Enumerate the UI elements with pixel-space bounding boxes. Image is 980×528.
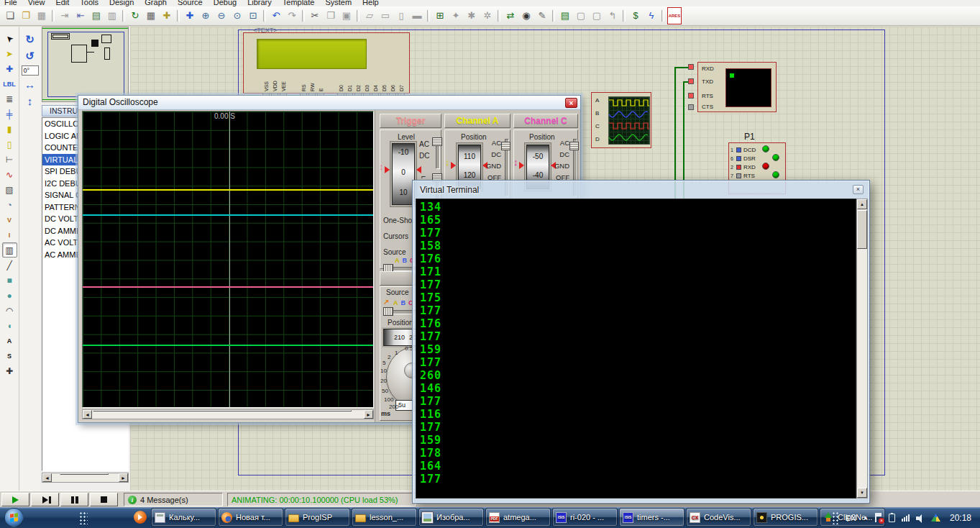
mode-icon[interactable]: LBL: [2, 76, 17, 91]
taskbar-button[interactable]: lesson_...: [352, 508, 417, 527]
menu-item[interactable]: Template: [283, 0, 315, 6]
toolbar-icon[interactable]: ↰: [605, 9, 620, 23]
taskbar-button[interactable]: Изобра...: [418, 508, 484, 527]
mode-icon[interactable]: I: [2, 227, 17, 242]
toolbar-icon[interactable]: ▢: [590, 9, 604, 23]
lcd-component[interactable]: VSSVDDVEERSRWED0D1D2D3D4D5D6D7 123456789…: [243, 32, 410, 94]
close-icon[interactable]: ×: [565, 98, 577, 108]
mode-icon[interactable]: ╪: [2, 106, 17, 122]
toolbar-icon[interactable]: ▤: [558, 9, 572, 23]
scroll-up-icon[interactable]: ▲: [857, 199, 867, 209]
toolbar-icon[interactable]: ✂: [308, 9, 322, 23]
menu-item[interactable]: Design: [109, 0, 134, 6]
menu-item[interactable]: Tools: [80, 0, 99, 6]
menu-item[interactable]: Library: [247, 0, 272, 6]
menu-item[interactable]: Source: [178, 0, 203, 6]
rotate-anticlockwise-icon[interactable]: ↺: [22, 49, 38, 63]
clipboard-tray-icon[interactable]: [889, 514, 895, 522]
google-drive-icon[interactable]: [931, 514, 940, 522]
toolbar-icon[interactable]: ⇥: [58, 9, 72, 23]
source-option[interactable]: A: [395, 257, 400, 264]
mode-icon[interactable]: ▧: [2, 182, 17, 197]
clock[interactable]: 20:18: [950, 513, 971, 523]
toolbar-icon[interactable]: ↻: [128, 9, 142, 23]
mode-icon[interactable]: ■: [2, 273, 17, 288]
toolbar-icon[interactable]: ▤: [89, 9, 104, 23]
toolbar-icon[interactable]: ✎: [535, 9, 549, 23]
toolbar-icon[interactable]: ⇄: [503, 9, 518, 23]
scroll-left-icon[interactable]: ◄: [83, 410, 92, 419]
trigger-adjust-arrows-icon[interactable]: ↕: [379, 162, 384, 171]
toolbar-icon[interactable]: ARES: [667, 9, 682, 23]
oscilloscope-component[interactable]: A B C D: [591, 92, 651, 148]
message-panel[interactable]: i 4 Message(s): [124, 493, 223, 506]
menu-item[interactable]: View: [28, 0, 45, 6]
toolbar-icon[interactable]: ↷: [285, 9, 299, 23]
language-indicator[interactable]: EN: [846, 514, 856, 522]
network-icon[interactable]: [902, 514, 910, 522]
mode-icon[interactable]: ⊢: [2, 152, 17, 167]
taskbar-button[interactable]: atmega...: [485, 508, 551, 527]
mode-icon[interactable]: ∿: [2, 167, 17, 182]
scroll-left-icon[interactable]: ◄: [42, 473, 52, 482]
menu-item[interactable]: Debug: [214, 0, 237, 6]
toolbar-icon[interactable]: ▱: [362, 9, 377, 23]
action-center-icon[interactable]: [875, 513, 882, 522]
start-button[interactable]: [4, 508, 24, 527]
tray-expand-icon[interactable]: ▲: [863, 514, 869, 521]
mode-icon[interactable]: ➤: [2, 31, 17, 46]
menu-item[interactable]: File: [4, 0, 17, 6]
taskbar-button[interactable]: CodeVis...: [686, 508, 751, 527]
channel-c-adjust-arrows-icon[interactable]: ↕: [513, 158, 518, 167]
close-icon[interactable]: ×: [853, 185, 864, 194]
toolbar-icon[interactable]: ▭: [378, 9, 393, 23]
mode-icon[interactable]: ▮: [2, 122, 17, 137]
trigger-coupling-slider[interactable]: [432, 136, 442, 170]
source-option[interactable]: A: [393, 299, 398, 306]
toolbar-icon[interactable]: ⊙: [230, 9, 244, 23]
wire[interactable]: [674, 67, 690, 68]
taskbar-button[interactable]: timers -...: [619, 508, 684, 527]
menu-item[interactable]: System: [325, 0, 352, 6]
media-player-icon[interactable]: [134, 511, 147, 524]
toolbar-icon[interactable]: ✲: [480, 9, 495, 23]
taskbar-button[interactable]: Кальку...: [151, 508, 216, 527]
scroll-right-icon[interactable]: ►: [119, 473, 128, 482]
oscilloscope-titlebar[interactable]: Digital Oscilloscope: [78, 96, 580, 110]
schematic-overview[interactable]: [42, 27, 129, 102]
mode-icon[interactable]: ●: [2, 288, 17, 303]
mode-icon[interactable]: ◠: [2, 303, 17, 318]
step-button[interactable]: [31, 493, 59, 506]
mode-icon[interactable]: S: [2, 348, 17, 363]
taskbar-button[interactable]: ProgISP: [285, 508, 350, 527]
source-option[interactable]: B: [401, 299, 406, 306]
mode-icon[interactable]: ◖: [2, 318, 17, 333]
toolbar-icon[interactable]: ▣: [339, 9, 354, 23]
rotate-clockwise-icon[interactable]: ↻: [22, 32, 38, 47]
mode-icon[interactable]: ▯: [2, 137, 17, 152]
mode-icon[interactable]: ➤: [2, 46, 17, 61]
virtual-terminal-component[interactable]: RXD TXD RTS CTS: [697, 62, 777, 112]
toolbar-icon[interactable]: ▥: [105, 9, 119, 23]
flip-horizontal-icon[interactable]: ↔: [22, 78, 38, 92]
taskbar-button[interactable]: ri-020 - ...: [552, 508, 618, 527]
virtual-terminal-titlebar[interactable]: Virtual Terminal: [414, 182, 868, 198]
toolbar-icon[interactable]: ▯: [394, 9, 408, 23]
play-button[interactable]: [1, 493, 29, 506]
toolbar-icon[interactable]: ◉: [519, 9, 533, 23]
toolbar-icon[interactable]: ▦: [35, 9, 49, 23]
rotation-angle-field[interactable]: 0°: [22, 65, 39, 76]
mode-icon[interactable]: ≣: [2, 91, 17, 106]
terminal-screen[interactable]: 1341651771581761711771751771761771591772…: [416, 199, 856, 499]
toolbar-icon[interactable]: ✱: [464, 9, 479, 23]
mode-icon[interactable]: ╱: [2, 258, 17, 273]
toolbar-icon[interactable]: ⊖: [214, 9, 229, 23]
taskbar-button[interactable]: Новая т...: [218, 508, 283, 527]
mode-icon[interactable]: ✚: [2, 61, 17, 76]
toolbar-icon[interactable]: $: [628, 9, 643, 23]
panel-horizontal-scrollbar[interactable]: ◄ ►: [42, 473, 129, 483]
scroll-right-icon[interactable]: ►: [364, 410, 373, 419]
volume-icon[interactable]: [916, 514, 925, 522]
toolbar-icon[interactable]: ▢: [574, 9, 588, 23]
toolbar-icon[interactable]: ✚: [160, 9, 174, 23]
